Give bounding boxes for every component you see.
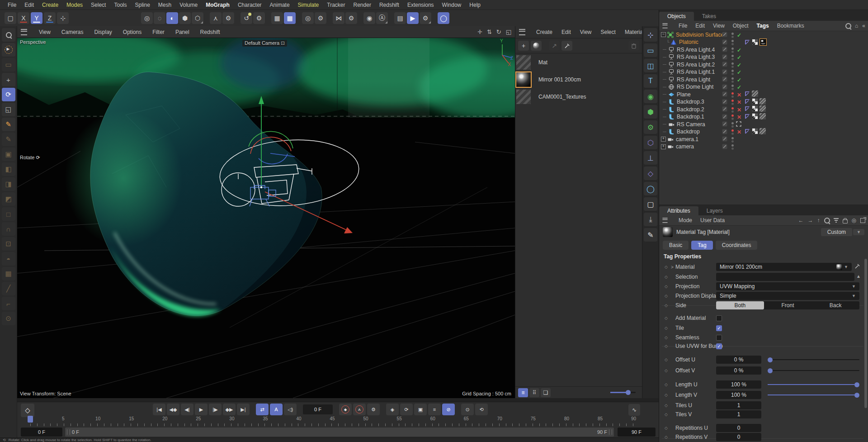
add-material-button[interactable]: + <box>518 41 529 51</box>
object-menu-edit[interactable]: Edit <box>691 23 709 29</box>
visibility-dots[interactable] <box>731 40 734 45</box>
arch-tool-icon[interactable]: ∩ <box>2 222 15 236</box>
enable-state-icon[interactable]: ✕ <box>736 92 742 98</box>
value-field[interactable]: 0 % <box>716 356 761 364</box>
editor-visibility-dot[interactable] <box>731 144 734 147</box>
parameter-diamond-icon[interactable]: ◇ <box>665 326 668 330</box>
target-settings-gear-icon[interactable]: ⚙ <box>315 12 326 24</box>
menubar-item-animate[interactable]: Animate <box>266 2 294 8</box>
go-to-start-button[interactable]: |◀ <box>153 404 165 415</box>
render-visibility-dot[interactable] <box>731 147 734 150</box>
object-row[interactable]: Plane✕ <box>659 90 868 98</box>
snap-icon[interactable]: ↺ <box>241 12 252 24</box>
parameter-diamond-icon[interactable]: ◇ <box>665 368 668 373</box>
parameter-slider[interactable] <box>768 380 859 389</box>
weld-mask-icon[interactable]: ◓ <box>2 252 15 266</box>
redshift-renderview-icon[interactable]: ◯ <box>438 12 449 24</box>
menubar-item-mograph[interactable]: MoGraph <box>202 2 234 8</box>
value-field[interactable]: 1 <box>716 410 761 418</box>
parameter-diamond-icon[interactable]: ◇ <box>665 426 668 430</box>
parameter-diamond-icon[interactable]: ◇ <box>665 403 668 408</box>
material-thumbnail[interactable] <box>516 90 531 104</box>
cage-deform-icon[interactable]: ⊡ <box>2 237 15 251</box>
lock-z-axis-button[interactable]: Z <box>44 12 56 24</box>
menubar-item-edit[interactable]: Edit <box>20 2 38 8</box>
object-search-icon[interactable] <box>845 23 851 29</box>
tab-layers[interactable]: Layers <box>698 206 731 215</box>
motion-capture-button[interactable]: ⟲ <box>475 404 488 415</box>
key-filter-button[interactable]: ⊘ <box>442 404 455 415</box>
checker-tag-icon[interactable] <box>752 98 758 105</box>
history-forward-icon[interactable]: → <box>808 217 813 223</box>
layer-edit-icon[interactable] <box>722 136 727 143</box>
scale-tool-icon[interactable]: ◱ <box>2 103 15 116</box>
preset-dropdown-arrow-icon[interactable]: ▼ <box>853 229 864 235</box>
menubar-item-redshift[interactable]: Redshift <box>375 2 403 8</box>
coordinate-system-icon[interactable]: ◐ <box>166 12 178 24</box>
checker-tag-icon[interactable] <box>752 113 758 119</box>
segment-front[interactable]: Front <box>764 301 812 309</box>
phong-tag-icon[interactable] <box>744 98 750 105</box>
tag-tab-basic[interactable]: Basic <box>663 241 689 250</box>
viewport-camera-label[interactable]: Default Camera ⊡ <box>242 40 287 47</box>
parameter-diamond-icon[interactable]: ◇ <box>665 316 668 320</box>
material-list-view-button[interactable]: ≡ <box>518 388 528 397</box>
layer-edit-icon[interactable] <box>722 39 727 46</box>
menubar-item-tools[interactable]: Tools <box>110 2 131 8</box>
phong-tag-icon[interactable] <box>744 128 750 134</box>
keying-settings-gear-icon[interactable]: ⚙ <box>367 404 380 415</box>
material-row[interactable]: Mirror 001 200cm <box>515 72 642 89</box>
render-visibility-dot[interactable] <box>731 118 734 120</box>
home-icon[interactable]: ⌂ <box>855 23 858 29</box>
viewport-menu-options[interactable]: Options <box>118 29 147 35</box>
render-visibility-dot[interactable] <box>731 110 734 113</box>
parameter-diamond-icon[interactable]: ◇ <box>665 435 668 439</box>
value-field[interactable]: 100 % <box>716 380 761 389</box>
workplane-tool-icon[interactable]: ⊹ <box>57 12 69 24</box>
viewport-menu-cameras[interactable]: Cameras <box>56 29 89 35</box>
lock-y-axis-button[interactable]: Y <box>31 12 42 24</box>
camera-swap-icon[interactable]: ⊡ <box>281 40 285 46</box>
grid-icon[interactable]: ▦ <box>271 12 283 24</box>
render-visibility-dot[interactable] <box>731 133 734 135</box>
dropdown-arrow-icon[interactable]: ▼ <box>852 294 856 298</box>
snap-settings-gear-icon[interactable]: ⚙ <box>253 12 265 24</box>
object-row[interactable]: RS Area Light.4✓ <box>659 46 868 53</box>
axis-modify-icon[interactable]: ⊥ <box>644 151 657 165</box>
sphere-outline-icon[interactable]: ◯ <box>644 182 657 195</box>
material-arrow-button[interactable]: ↗ <box>549 41 560 51</box>
object-row[interactable]: └Platonic <box>659 38 868 46</box>
layer-edit-icon[interactable] <box>722 54 727 61</box>
stripe-tag-icon[interactable] <box>752 90 758 97</box>
next-frame-button[interactable]: |▶ <box>209 404 222 415</box>
preset-dropdown[interactable]: Custom <box>821 228 852 236</box>
visibility-dots[interactable] <box>731 92 734 98</box>
layer-edit-icon[interactable] <box>722 91 727 98</box>
render-settings-icon[interactable]: Ⓐ <box>376 12 388 24</box>
object-menu-view[interactable]: View <box>709 23 729 29</box>
enable-state-icon[interactable]: ✓ <box>736 84 742 90</box>
previous-key-button[interactable]: ◀◆ <box>167 404 179 415</box>
sketch-tool-icon[interactable]: ✎ <box>2 133 15 146</box>
object-row[interactable]: −Subdivision Surface✓ <box>659 31 868 38</box>
grid-lock-icon[interactable]: ▦ <box>284 12 296 24</box>
points-mode-icon[interactable]: ◧ <box>2 162 15 176</box>
slider-knob[interactable] <box>854 393 859 398</box>
object-row[interactable]: RS Camera <box>659 120 868 128</box>
visibility-dots[interactable] <box>731 62 734 68</box>
editor-visibility-dot[interactable] <box>731 85 734 87</box>
visibility-dots[interactable] <box>731 114 734 120</box>
visibility-dots[interactable] <box>731 144 734 150</box>
tab-takes[interactable]: Takes <box>694 12 724 21</box>
tree-expander-icon[interactable]: − <box>661 32 666 37</box>
parameter-diamond-icon[interactable]: ◇ <box>665 275 668 279</box>
picture-viewer-icon[interactable]: ▤ <box>394 12 406 24</box>
parameter-diamond-icon[interactable]: ◇ <box>665 357 668 362</box>
editor-visibility-dot[interactable] <box>731 137 734 139</box>
editor-visibility-dot[interactable] <box>731 33 734 35</box>
attribute-lock-icon[interactable] <box>843 219 848 223</box>
value-field[interactable]: 0 % <box>716 366 761 375</box>
attribute-target-icon[interactable]: ◎ <box>852 217 856 223</box>
knife-tool-icon[interactable]: ╱ <box>2 282 15 295</box>
edges-mode-icon[interactable]: ◨ <box>2 177 15 191</box>
